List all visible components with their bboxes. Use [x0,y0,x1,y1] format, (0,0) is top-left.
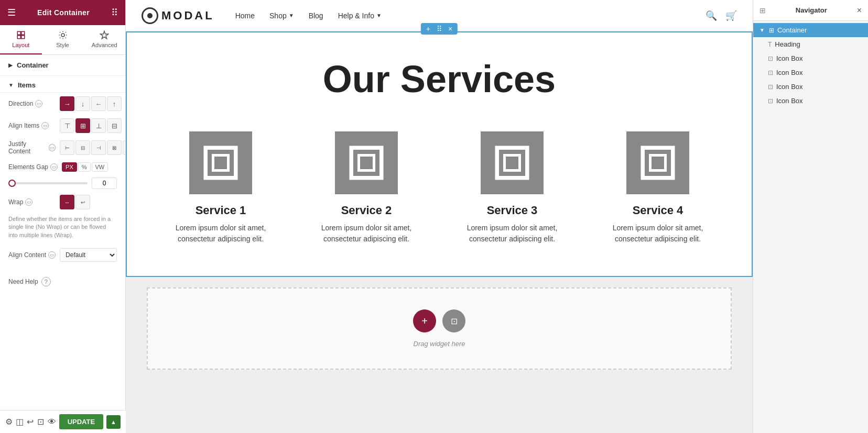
nav-item-heading[interactable]: T Heading [753,37,868,51]
align-center-btn[interactable]: ⊞ [75,118,90,133]
svg-rect-1 [21,31,25,35]
cart-icon[interactable]: 🛒 [725,10,737,21]
align-items-info-icon: ▭ [41,122,49,129]
preview-icon[interactable]: 👁 [48,415,56,429]
align-end-btn[interactable]: ⊥ [91,118,106,133]
svg-rect-11 [481,131,544,194]
align-content-select[interactable]: Default [60,248,117,262]
tab-advanced-label: Advanced [92,42,117,48]
responsive-icon[interactable]: ⊡ [37,415,45,429]
expand-icon: ⊞ [760,6,766,15]
service-card-3: Service 3 Lorem ipsum dolor sit amet, co… [439,126,585,250]
nav-item-container[interactable]: ▼ ⊞ Container [753,23,868,37]
help-icon[interactable]: ? [41,277,51,286]
move-handle-btn[interactable]: ⠿ [436,25,443,33]
service-name-1: Service 1 [196,204,246,217]
nav-item-iconbox-2[interactable]: ⊡ Icon Box [753,65,868,80]
tab-advanced[interactable]: Advanced [83,25,125,54]
no-wrap-btn[interactable]: ↔ [60,195,74,209]
container-chevron: ▶ [8,62,13,68]
container-section-header[interactable]: ▶ Container [0,55,125,76]
service-icon-2 [335,131,398,194]
direction-down-btn[interactable]: ↓ [75,96,90,111]
elements-gap-info-icon: ▭ [50,163,58,171]
add-template-btn[interactable]: ⊡ [442,309,465,332]
direction-left-btn[interactable]: ← [91,96,106,111]
tab-style[interactable]: Style [42,25,84,54]
direction-row: Direction ▭ → ↓ ← ↑ [0,93,125,115]
update-dropdown-button[interactable]: ▲ [106,415,121,429]
align-start-btn[interactable]: ⊤ [60,118,74,133]
align-stretch-btn[interactable]: ⊟ [107,118,122,133]
justify-content-row: Justify Content ▭ ⊢ ⊟ ⊣ ⊠ ⊡ ⊞ [0,137,125,159]
wrap-btn[interactable]: ↩ [75,195,90,209]
panel-header: ☰ Edit Container ⠿ [0,0,125,25]
justify-start-btn[interactable]: ⊢ [60,140,74,155]
tab-layout-label: Layout [12,42,29,48]
shop-dropdown-icon: ▼ [289,13,294,18]
close-section-btn[interactable]: × [447,25,453,33]
settings-icon[interactable]: ⚙ [5,415,13,429]
service-desc-2: Lorem ipsum dolor sit amet, consectetur … [304,223,429,245]
add-widget-btn[interactable]: + [413,309,436,332]
iconbox1-tree-icon: ⊡ [768,55,773,62]
nav-help[interactable]: Help & Info ▼ [338,12,382,20]
nav-home[interactable]: Home [235,12,255,20]
nav-item-iconbox4-label: Icon Box [776,97,803,105]
svg-rect-14 [626,131,689,194]
container-section-label: Container [17,61,49,69]
update-button[interactable]: UPDATE [59,414,103,429]
navigator-title: Navigator [796,6,827,14]
justify-center-btn[interactable]: ⊟ [75,140,90,155]
svg-rect-3 [21,36,25,39]
empty-section: + ⊡ Drag widget here [147,287,732,370]
iconbox2-tree-icon: ⊡ [768,69,773,76]
nav-shop[interactable]: Shop ▼ [269,12,294,20]
drag-hint: Drag widget here [414,340,465,348]
services-title: Our Services [148,59,731,100]
direction-up-btn[interactable]: ↑ [107,96,122,111]
gap-unit-percent[interactable]: % [78,162,91,172]
heading-tree-icon: T [768,41,772,48]
hamburger-icon[interactable]: ☰ [7,7,16,18]
items-chevron: ▼ [8,82,14,88]
svg-rect-7 [213,155,229,171]
services-section: + ⠿ × Our Services Service 1 Lorem ipsum… [126,31,753,277]
justify-end-btn[interactable]: ⊣ [91,140,106,155]
nav-item-iconbox3-label: Icon Box [776,83,803,91]
direction-right-btn[interactable]: → [60,96,74,111]
elements-gap-row: Elements Gap ▭ PX % VW [0,159,125,175]
gap-input[interactable]: 0 [92,177,117,189]
svg-rect-9 [351,147,382,179]
nav-item-container-label: Container [777,26,807,34]
nav-item-iconbox-1[interactable]: ⊡ Icon Box [753,51,868,65]
align-items-row: Align Items ▭ ⊤ ⊞ ⊥ ⊟ [0,115,125,137]
add-element-btn[interactable]: + [425,25,431,33]
search-icon[interactable]: 🔍 [706,10,717,21]
panel-title: Edit Container [37,8,90,17]
gap-unit-vw[interactable]: VW [92,162,108,172]
nav-item-heading-label: Heading [775,40,800,48]
grid-icon[interactable]: ⠿ [111,7,118,18]
service-card-2: Service 2 Lorem ipsum dolor sit amet, co… [294,126,439,250]
wrap-row: Wrap ▭ ↔ ↩ [0,191,125,213]
close-navigator-btn[interactable]: × [857,6,862,15]
help-dropdown-icon: ▼ [376,13,382,18]
logo-text: MODAL [161,9,214,23]
nav-item-iconbox-3[interactable]: ⊡ Icon Box [753,80,868,94]
nav-links: Home Shop ▼ Blog Help & Info ▼ [235,12,706,20]
tab-layout[interactable]: Layout [0,25,42,54]
undo-icon[interactable]: ↩ [27,415,34,429]
svg-rect-10 [359,155,374,171]
nav-item-iconbox-4[interactable]: ⊡ Icon Box [753,94,868,108]
items-section-header[interactable]: ▼ Items [0,76,125,93]
layers-icon[interactable]: ◫ [16,415,24,429]
justify-space-between-btn[interactable]: ⊠ [107,140,122,155]
nav-blog[interactable]: Blog [309,12,323,20]
nav-tree: ▼ ⊞ Container T Heading ⊡ Icon Box ⊡ Ico… [753,21,868,110]
section-controls: + ⠿ × [421,23,458,35]
gap-slider-thumb[interactable] [8,180,16,187]
gap-unit-px[interactable]: PX [62,162,77,172]
gap-slider-track[interactable] [8,182,88,184]
justify-space-around-btn[interactable]: ⊡ [123,140,125,155]
